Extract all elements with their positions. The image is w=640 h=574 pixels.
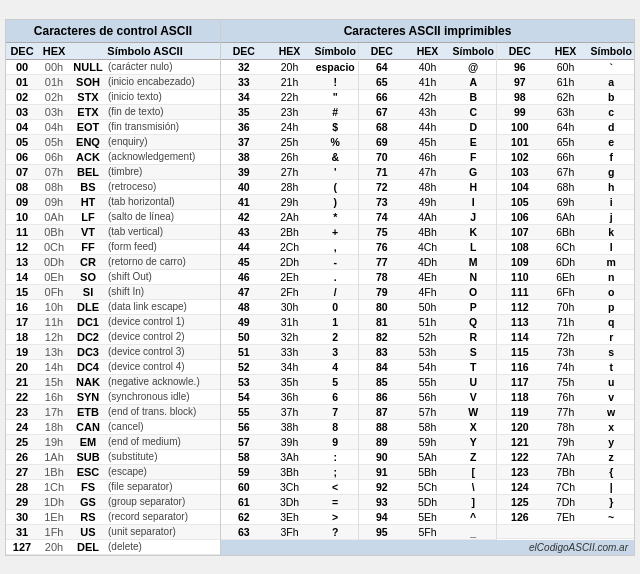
left-desc: (delete): [106, 541, 220, 552]
left-name: DC3: [70, 346, 106, 358]
r3-dec: 97: [497, 76, 543, 88]
right-row-3: 118 76h v: [497, 390, 634, 405]
r1-hex: 3Fh: [267, 526, 313, 538]
r3-hex: 60h: [543, 61, 589, 73]
r2-hex: 47h: [405, 166, 451, 178]
right-row-2: 80 50h P: [359, 300, 496, 315]
r2-sym: M: [450, 256, 496, 268]
right-row-2: 75 4Bh K: [359, 225, 496, 240]
left-row: 04 04h EOT (fin transmisión): [6, 120, 220, 135]
r2-dec: 85: [359, 376, 405, 388]
right-row-2: 70 46h F: [359, 150, 496, 165]
r2-hex: 44h: [405, 121, 451, 133]
r3-hex: 7Ch: [543, 481, 589, 493]
left-name: STX: [70, 91, 106, 103]
r1-hex: 20h: [267, 61, 313, 73]
r1-hex: 35h: [267, 376, 313, 388]
r3-hex: 71h: [543, 316, 589, 328]
right-row-3: 102 66h f: [497, 150, 634, 165]
right-sub-3: DEC HEX Símbolo 96 60h ` 97 61h a 98 62h…: [497, 43, 634, 540]
left-row: 16 10h DLE (data link escape): [6, 300, 220, 315]
left-dec: 02: [6, 91, 38, 103]
r3-dec: 123: [497, 466, 543, 478]
r3-sym: k: [588, 226, 634, 238]
r1-dec: 33: [221, 76, 267, 88]
r1-hex: 34h: [267, 361, 313, 373]
r3-sym: g: [588, 166, 634, 178]
r2-dec: 78: [359, 271, 405, 283]
left-desc: (enquiry): [106, 136, 220, 147]
right-row-2: 92 5Ch \: [359, 480, 496, 495]
left-name: NAK: [70, 376, 106, 388]
r2-sym: I: [450, 196, 496, 208]
r1-dec: 59: [221, 466, 267, 478]
right-row-1: 55 37h 7: [221, 405, 358, 420]
r2-sym: P: [450, 301, 496, 313]
r3-hex: 6Eh: [543, 271, 589, 283]
r2-hex: 5Fh: [405, 526, 451, 538]
r1-sym: ': [312, 166, 358, 178]
left-desc: (fin de texto): [106, 106, 220, 117]
right-row-1: 39 27h ': [221, 165, 358, 180]
left-dec: 05: [6, 136, 38, 148]
r3-dec: 116: [497, 361, 543, 373]
right-row-1: 50 32h 2: [221, 330, 358, 345]
r2-sym: A: [450, 76, 496, 88]
r1-dec: 62: [221, 511, 267, 523]
r1-dec: 51: [221, 346, 267, 358]
r1-sym: #: [312, 106, 358, 118]
r3-dec: 110: [497, 271, 543, 283]
right-row-3: 98 62h b: [497, 90, 634, 105]
left-row: 24 18h CAN (cancel): [6, 420, 220, 435]
left-name: CR: [70, 256, 106, 268]
left-row: 15 0Fh SI (shift In): [6, 285, 220, 300]
r1-hex: 38h: [267, 421, 313, 433]
left-row: 26 1Ah SUB (substitute): [6, 450, 220, 465]
r1-hex: 28h: [267, 181, 313, 193]
r2-sym: C: [450, 106, 496, 118]
left-desc: (negative acknowle.): [106, 376, 220, 387]
r1-sym: >: [312, 511, 358, 523]
r2-hex: 56h: [405, 391, 451, 403]
r2-hex: 4Ah: [405, 211, 451, 223]
r1-sym: 8: [312, 421, 358, 433]
r2-sym: V: [450, 391, 496, 403]
left-hex: 20h: [38, 541, 70, 553]
sub1-sym-label: Símbolo: [312, 45, 358, 57]
right-row-1: 36 24h $: [221, 120, 358, 135]
r3-hex: 7Dh: [543, 496, 589, 508]
left-rows: 00 00h NULL (carácter nulo) 01 01h SOH (…: [6, 60, 220, 555]
right-row-3: 99 63h c: [497, 105, 634, 120]
r3-sym: v: [588, 391, 634, 403]
r2-dec: 76: [359, 241, 405, 253]
right-sub3-header: DEC HEX Símbolo: [497, 43, 634, 60]
left-hex: 09h: [38, 196, 70, 208]
sub2-hex-label: HEX: [405, 45, 451, 57]
right-row-1: 57 39h 9: [221, 435, 358, 450]
right-row-1: 52 34h 4: [221, 360, 358, 375]
r3-dec: 124: [497, 481, 543, 493]
left-desc: (end of medium): [106, 436, 220, 447]
r1-hex: 2Dh: [267, 256, 313, 268]
right-row-3: 115 73h s: [497, 345, 634, 360]
r3-sym: q: [588, 316, 634, 328]
r3-dec: 98: [497, 91, 543, 103]
left-hex: 1Ch: [38, 481, 70, 493]
left-row: 28 1Ch FS (file separator): [6, 480, 220, 495]
right-row-2: 64 40h @: [359, 60, 496, 75]
left-desc: (substitute): [106, 451, 220, 462]
left-dec: 19: [6, 346, 38, 358]
left-desc: (end of trans. block): [106, 406, 220, 417]
r2-dec: 66: [359, 91, 405, 103]
left-dec: 24: [6, 421, 38, 433]
left-row: 18 12h DC2 (device control 2): [6, 330, 220, 345]
r1-sym: 7: [312, 406, 358, 418]
r3-dec: 103: [497, 166, 543, 178]
right-rows-1: 32 20h espacio 33 21h ! 34 22h " 35 23h …: [221, 60, 358, 540]
left-hex: 00h: [38, 61, 70, 73]
left-row: 12 0Ch FF (form feed): [6, 240, 220, 255]
right-row-3: 109 6Dh m: [497, 255, 634, 270]
right-cols: DEC HEX Símbolo 32 20h espacio 33 21h ! …: [221, 43, 634, 540]
r1-hex: 2Ah: [267, 211, 313, 223]
left-row: 29 1Dh GS (group separator): [6, 495, 220, 510]
